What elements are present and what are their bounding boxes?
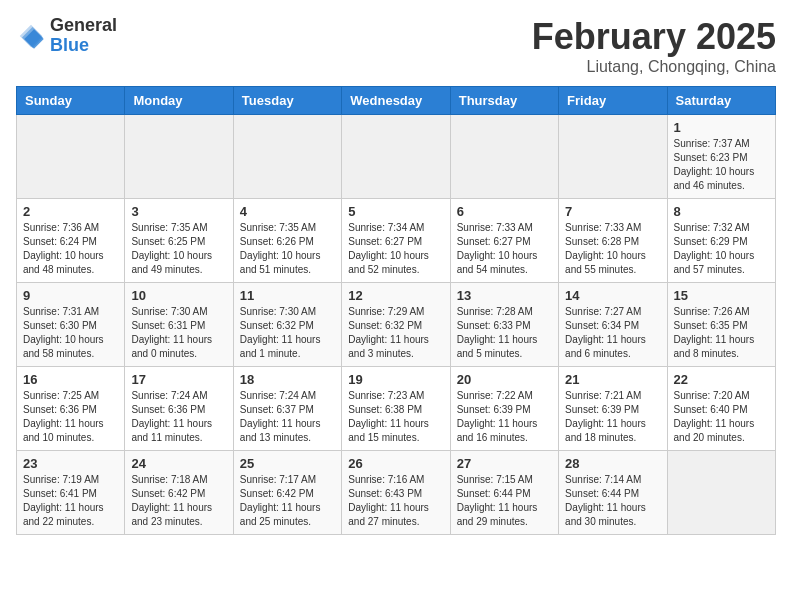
day-info: Sunrise: 7:25 AM Sunset: 6:36 PM Dayligh… [23,389,118,445]
day-number: 9 [23,288,118,303]
day-info: Sunrise: 7:27 AM Sunset: 6:34 PM Dayligh… [565,305,660,361]
day-number: 13 [457,288,552,303]
day-number: 10 [131,288,226,303]
table-row: 15Sunrise: 7:26 AM Sunset: 6:35 PM Dayli… [667,283,775,367]
day-number: 8 [674,204,769,219]
day-number: 4 [240,204,335,219]
table-row: 8Sunrise: 7:32 AM Sunset: 6:29 PM Daylig… [667,199,775,283]
table-row: 2Sunrise: 7:36 AM Sunset: 6:24 PM Daylig… [17,199,125,283]
table-row: 14Sunrise: 7:27 AM Sunset: 6:34 PM Dayli… [559,283,667,367]
day-number: 17 [131,372,226,387]
day-number: 23 [23,456,118,471]
table-row: 12Sunrise: 7:29 AM Sunset: 6:32 PM Dayli… [342,283,450,367]
day-number: 11 [240,288,335,303]
weekday-header-tuesday: Tuesday [233,87,341,115]
day-number: 27 [457,456,552,471]
header: General Blue February 2025 Liutang, Chon… [16,16,776,76]
calendar-title: February 2025 [532,16,776,58]
title-block: February 2025 Liutang, Chongqing, China [532,16,776,76]
day-info: Sunrise: 7:30 AM Sunset: 6:32 PM Dayligh… [240,305,335,361]
table-row: 21Sunrise: 7:21 AM Sunset: 6:39 PM Dayli… [559,367,667,451]
day-info: Sunrise: 7:36 AM Sunset: 6:24 PM Dayligh… [23,221,118,277]
day-info: Sunrise: 7:19 AM Sunset: 6:41 PM Dayligh… [23,473,118,529]
week-row-3: 9Sunrise: 7:31 AM Sunset: 6:30 PM Daylig… [17,283,776,367]
day-info: Sunrise: 7:33 AM Sunset: 6:28 PM Dayligh… [565,221,660,277]
day-number: 14 [565,288,660,303]
table-row: 13Sunrise: 7:28 AM Sunset: 6:33 PM Dayli… [450,283,558,367]
weekday-header-wednesday: Wednesday [342,87,450,115]
table-row [233,115,341,199]
day-number: 3 [131,204,226,219]
day-info: Sunrise: 7:24 AM Sunset: 6:37 PM Dayligh… [240,389,335,445]
day-number: 5 [348,204,443,219]
day-number: 1 [674,120,769,135]
day-info: Sunrise: 7:16 AM Sunset: 6:43 PM Dayligh… [348,473,443,529]
table-row: 18Sunrise: 7:24 AM Sunset: 6:37 PM Dayli… [233,367,341,451]
logo-text: General Blue [50,16,117,56]
day-number: 21 [565,372,660,387]
day-number: 15 [674,288,769,303]
logo-icon [16,21,46,51]
day-number: 18 [240,372,335,387]
table-row: 26Sunrise: 7:16 AM Sunset: 6:43 PM Dayli… [342,451,450,535]
day-info: Sunrise: 7:24 AM Sunset: 6:36 PM Dayligh… [131,389,226,445]
table-row: 19Sunrise: 7:23 AM Sunset: 6:38 PM Dayli… [342,367,450,451]
table-row [559,115,667,199]
week-row-1: 1Sunrise: 7:37 AM Sunset: 6:23 PM Daylig… [17,115,776,199]
calendar-header: SundayMondayTuesdayWednesdayThursdayFrid… [17,87,776,115]
table-row: 5Sunrise: 7:34 AM Sunset: 6:27 PM Daylig… [342,199,450,283]
weekday-header-saturday: Saturday [667,87,775,115]
day-info: Sunrise: 7:37 AM Sunset: 6:23 PM Dayligh… [674,137,769,193]
table-row [667,451,775,535]
day-info: Sunrise: 7:26 AM Sunset: 6:35 PM Dayligh… [674,305,769,361]
day-info: Sunrise: 7:14 AM Sunset: 6:44 PM Dayligh… [565,473,660,529]
day-info: Sunrise: 7:21 AM Sunset: 6:39 PM Dayligh… [565,389,660,445]
weekday-header-sunday: Sunday [17,87,125,115]
day-info: Sunrise: 7:17 AM Sunset: 6:42 PM Dayligh… [240,473,335,529]
calendar-table: SundayMondayTuesdayWednesdayThursdayFrid… [16,86,776,535]
table-row: 11Sunrise: 7:30 AM Sunset: 6:32 PM Dayli… [233,283,341,367]
table-row: 1Sunrise: 7:37 AM Sunset: 6:23 PM Daylig… [667,115,775,199]
table-row: 25Sunrise: 7:17 AM Sunset: 6:42 PM Dayli… [233,451,341,535]
day-info: Sunrise: 7:23 AM Sunset: 6:38 PM Dayligh… [348,389,443,445]
day-info: Sunrise: 7:22 AM Sunset: 6:39 PM Dayligh… [457,389,552,445]
day-info: Sunrise: 7:31 AM Sunset: 6:30 PM Dayligh… [23,305,118,361]
table-row [17,115,125,199]
day-number: 6 [457,204,552,219]
weekday-header-monday: Monday [125,87,233,115]
table-row: 27Sunrise: 7:15 AM Sunset: 6:44 PM Dayli… [450,451,558,535]
weekday-header-friday: Friday [559,87,667,115]
day-number: 7 [565,204,660,219]
day-info: Sunrise: 7:35 AM Sunset: 6:26 PM Dayligh… [240,221,335,277]
day-info: Sunrise: 7:15 AM Sunset: 6:44 PM Dayligh… [457,473,552,529]
day-number: 20 [457,372,552,387]
table-row [342,115,450,199]
day-number: 16 [23,372,118,387]
day-info: Sunrise: 7:28 AM Sunset: 6:33 PM Dayligh… [457,305,552,361]
day-number: 22 [674,372,769,387]
day-number: 12 [348,288,443,303]
table-row: 22Sunrise: 7:20 AM Sunset: 6:40 PM Dayli… [667,367,775,451]
table-row: 28Sunrise: 7:14 AM Sunset: 6:44 PM Dayli… [559,451,667,535]
table-row: 17Sunrise: 7:24 AM Sunset: 6:36 PM Dayli… [125,367,233,451]
day-info: Sunrise: 7:35 AM Sunset: 6:25 PM Dayligh… [131,221,226,277]
logo-blue-text: Blue [50,36,117,56]
day-number: 24 [131,456,226,471]
day-info: Sunrise: 7:18 AM Sunset: 6:42 PM Dayligh… [131,473,226,529]
day-info: Sunrise: 7:20 AM Sunset: 6:40 PM Dayligh… [674,389,769,445]
table-row: 3Sunrise: 7:35 AM Sunset: 6:25 PM Daylig… [125,199,233,283]
table-row: 4Sunrise: 7:35 AM Sunset: 6:26 PM Daylig… [233,199,341,283]
calendar-body: 1Sunrise: 7:37 AM Sunset: 6:23 PM Daylig… [17,115,776,535]
day-number: 2 [23,204,118,219]
weekday-header-row: SundayMondayTuesdayWednesdayThursdayFrid… [17,87,776,115]
table-row: 16Sunrise: 7:25 AM Sunset: 6:36 PM Dayli… [17,367,125,451]
table-row: 20Sunrise: 7:22 AM Sunset: 6:39 PM Dayli… [450,367,558,451]
day-info: Sunrise: 7:33 AM Sunset: 6:27 PM Dayligh… [457,221,552,277]
logo-general-text: General [50,16,117,36]
day-number: 19 [348,372,443,387]
day-info: Sunrise: 7:32 AM Sunset: 6:29 PM Dayligh… [674,221,769,277]
day-number: 28 [565,456,660,471]
table-row: 24Sunrise: 7:18 AM Sunset: 6:42 PM Dayli… [125,451,233,535]
day-info: Sunrise: 7:29 AM Sunset: 6:32 PM Dayligh… [348,305,443,361]
week-row-2: 2Sunrise: 7:36 AM Sunset: 6:24 PM Daylig… [17,199,776,283]
